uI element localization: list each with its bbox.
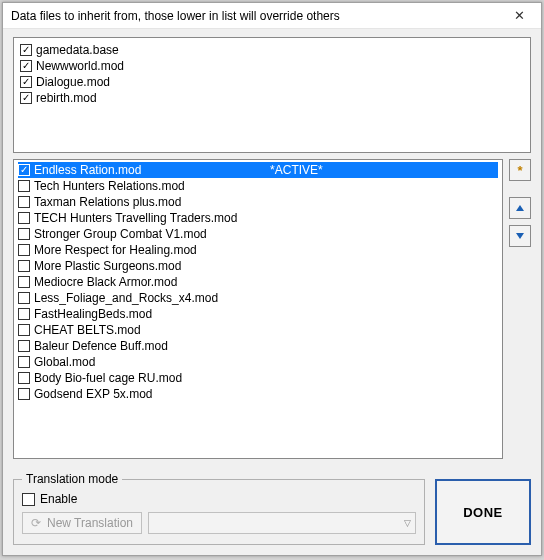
mod-label: Baleur Defence Buff.mod — [34, 338, 168, 354]
asterisk-icon: * — [517, 163, 522, 178]
done-label: DONE — [463, 505, 503, 520]
translation-group-label: Translation mode — [22, 472, 122, 486]
wildcard-button[interactable]: * — [509, 159, 531, 181]
mod-row[interactable]: Body Bio-fuel cage RU.mod — [18, 370, 498, 386]
mod-label: Godsend EXP 5x.mod — [34, 386, 153, 402]
mod-row[interactable]: Less_Foliage_and_Rocks_x4.mod — [18, 290, 498, 306]
base-file-label: Dialogue.mod — [36, 74, 110, 90]
checkbox[interactable] — [18, 260, 30, 272]
checkbox[interactable] — [18, 292, 30, 304]
mod-label: Body Bio-fuel cage RU.mod — [34, 370, 182, 386]
checkbox[interactable] — [18, 228, 30, 240]
reorder-buttons: * — [509, 159, 531, 459]
base-file-label: rebirth.mod — [36, 90, 97, 106]
mod-label: Less_Foliage_and_Rocks_x4.mod — [34, 290, 218, 306]
mod-row[interactable]: TECH Hunters Travelling Traders.mod — [18, 210, 498, 226]
mod-label: Endless Ration.mod — [34, 162, 141, 178]
mod-row[interactable]: Global.mod — [18, 354, 498, 370]
base-file-row[interactable]: Newwworld.mod — [20, 58, 524, 74]
new-translation-button: ⟳ New Translation — [22, 512, 142, 534]
window-title: Data files to inherit from, those lower … — [11, 9, 340, 23]
mod-label: Global.mod — [34, 354, 95, 370]
enable-row[interactable]: Enable — [22, 492, 416, 506]
mod-row[interactable]: Taxman Relations plus.mod — [18, 194, 498, 210]
mod-label: TECH Hunters Travelling Traders.mod — [34, 210, 237, 226]
checkbox[interactable] — [18, 212, 30, 224]
bottom-area: Translation mode Enable ⟳ New Translatio… — [13, 479, 531, 545]
checkbox[interactable] — [18, 244, 30, 256]
mod-row[interactable]: CHEAT BELTS.mod — [18, 322, 498, 338]
mod-row[interactable]: Godsend EXP 5x.mod — [18, 386, 498, 402]
base-file-label: Newwworld.mod — [36, 58, 124, 74]
base-file-row[interactable]: gamedata.base — [20, 42, 524, 58]
chevron-down-icon: ▽ — [404, 518, 411, 528]
checkbox[interactable] — [18, 180, 30, 192]
checkbox[interactable] — [18, 372, 30, 384]
enable-label: Enable — [40, 492, 77, 506]
mod-label: Stronger Group Combat V1.mod — [34, 226, 207, 242]
mod-label: Taxman Relations plus.mod — [34, 194, 181, 210]
close-button[interactable]: ✕ — [503, 5, 535, 27]
close-icon: ✕ — [514, 8, 525, 23]
mod-row[interactable]: More Respect for Healing.mod — [18, 242, 498, 258]
checkbox[interactable] — [18, 340, 30, 352]
mod-row[interactable]: Stronger Group Combat V1.mod — [18, 226, 498, 242]
translation-icon: ⟳ — [29, 516, 43, 530]
mod-row[interactable]: Endless Ration.mod*ACTIVE* — [18, 162, 498, 178]
arrow-down-icon — [516, 233, 524, 239]
mod-label: Mediocre Black Armor.mod — [34, 274, 177, 290]
move-up-button[interactable] — [509, 197, 531, 219]
checkbox[interactable] — [18, 388, 30, 400]
mod-row[interactable]: Mediocre Black Armor.mod — [18, 274, 498, 290]
checkbox[interactable] — [20, 92, 32, 104]
checkbox[interactable] — [18, 324, 30, 336]
mod-row[interactable]: Baleur Defence Buff.mod — [18, 338, 498, 354]
mods-area: Endless Ration.mod*ACTIVE*Tech Hunters R… — [13, 159, 531, 459]
titlebar: Data files to inherit from, those lower … — [3, 3, 541, 29]
checkbox[interactable] — [18, 276, 30, 288]
checkbox[interactable] — [18, 196, 30, 208]
base-files-list[interactable]: gamedata.baseNewwworld.modDialogue.modre… — [13, 37, 531, 153]
base-file-row[interactable]: rebirth.mod — [20, 90, 524, 106]
mod-row[interactable]: Tech Hunters Relations.mod — [18, 178, 498, 194]
translation-group: Translation mode Enable ⟳ New Translatio… — [13, 479, 425, 545]
translation-dropdown: ▽ — [148, 512, 416, 534]
mods-list[interactable]: Endless Ration.mod*ACTIVE*Tech Hunters R… — [13, 159, 503, 459]
mod-label: More Respect for Healing.mod — [34, 242, 197, 258]
move-down-button[interactable] — [509, 225, 531, 247]
dialog-window: Data files to inherit from, those lower … — [2, 2, 542, 556]
done-button[interactable]: DONE — [435, 479, 531, 545]
active-flag: *ACTIVE* — [270, 162, 323, 178]
mod-row[interactable]: FastHealingBeds.mod — [18, 306, 498, 322]
checkbox[interactable] — [18, 308, 30, 320]
mod-label: Tech Hunters Relations.mod — [34, 178, 185, 194]
enable-checkbox[interactable] — [22, 493, 35, 506]
new-translation-label: New Translation — [47, 516, 133, 530]
checkbox[interactable] — [20, 60, 32, 72]
checkbox[interactable] — [20, 76, 32, 88]
mod-row[interactable]: More Plastic Surgeons.mod — [18, 258, 498, 274]
base-file-label: gamedata.base — [36, 42, 119, 58]
checkbox[interactable] — [20, 44, 32, 56]
checkbox[interactable] — [18, 356, 30, 368]
mod-label: More Plastic Surgeons.mod — [34, 258, 181, 274]
arrow-up-icon — [516, 205, 524, 211]
checkbox[interactable] — [18, 164, 30, 176]
translation-controls: ⟳ New Translation ▽ — [22, 512, 416, 534]
base-file-row[interactable]: Dialogue.mod — [20, 74, 524, 90]
mod-label: CHEAT BELTS.mod — [34, 322, 141, 338]
mod-label: FastHealingBeds.mod — [34, 306, 152, 322]
